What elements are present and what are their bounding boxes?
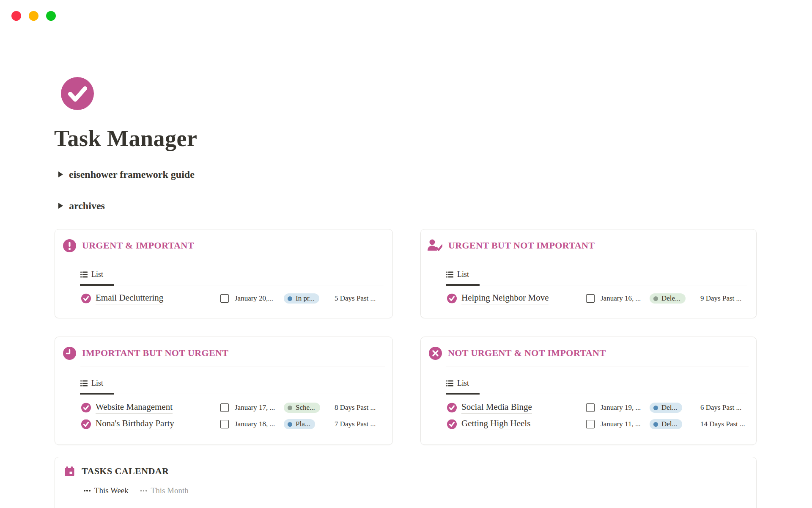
quadrant-card-important-not-urgent: IMPORTANT BUT NOT URGENT List Website Ma… [55,337,393,445]
task-date[interactable]: January 17, ... [235,403,275,412]
list-view-icon [80,380,88,387]
task-date[interactable]: January 16, ... [601,294,641,303]
quadrant-title: IMPORTANT BUT NOT URGENT [82,348,228,359]
calendar-icon [64,466,75,477]
task-check-icon [447,420,457,429]
view-tab-label: List [91,270,103,279]
task-date[interactable]: January 11, ... [601,420,641,428]
task-name-link[interactable]: Getting High Heels [461,418,530,430]
task-date[interactable]: January 20,... [235,294,273,303]
task-days-past: 8 Days Past ... [335,403,376,412]
calendar-tab-this-month[interactable]: This Month [140,486,189,495]
status-dot-icon [288,422,292,427]
view-tab-list[interactable]: List [80,377,103,389]
divider [80,258,385,258]
status-dot-icon [288,296,292,301]
quadrant-header: NOT URGENT & NOT IMPORTANT [428,346,749,360]
task-status-badge[interactable]: Sche... [284,403,320,413]
active-tab-indicator [80,284,114,286]
notion-task-manager-page: Task Manager eisenhower framework guide … [0,0,812,508]
active-tab-indicator [446,284,480,286]
task-check-icon [81,420,91,429]
toggle-triangle-icon [58,203,63,209]
view-dots-icon [140,490,147,491]
task-days-past: 9 Days Past ... [700,294,741,303]
status-dot-icon [288,406,292,410]
view-tab-list[interactable]: List [446,268,469,280]
task-row: Email Decluttering January 20,... In pr.… [55,291,392,306]
toggle-triangle-icon [58,171,63,177]
toggle-archives[interactable]: archives [58,199,105,212]
tasks-calendar-card: TASKS CALENDAR This Week This Month [55,457,757,508]
status-dot-icon [653,296,658,301]
quadrant-title: NOT URGENT & NOT IMPORTANT [448,348,606,359]
calendar-title: TASKS CALENDAR [82,466,169,477]
status-dot-icon [653,422,658,427]
quadrant-header: URGENT BUT NOT IMPORTANT [427,239,749,252]
task-status-badge[interactable]: In pr... [284,293,319,304]
divider [446,258,749,258]
divider [446,367,749,367]
status-dot-icon [653,406,658,410]
task-checkbox[interactable] [586,420,595,428]
task-name-link[interactable]: Email Decluttering [96,293,163,304]
close-window-button[interactable] [11,11,21,21]
quadrant-title: URGENT BUT NOT IMPORTANT [448,240,595,251]
minimize-window-button[interactable] [29,11,38,21]
task-days-past: 14 Days Past ... [700,420,745,428]
quadrant-card-urgent-important: URGENT & IMPORTANT List Email Declutteri… [55,229,393,318]
task-name-link[interactable]: Website Management [96,402,173,414]
quadrant-header: URGENT & IMPORTANT [63,239,385,252]
task-checkbox[interactable] [220,420,229,428]
tab-divider [446,285,747,285]
task-checkbox[interactable] [586,403,595,412]
quadrant-title: URGENT & IMPORTANT [82,240,194,251]
clock-icon [63,346,76,360]
page-title: Task Manager [54,125,198,152]
quadrant-header: IMPORTANT BUT NOT URGENT [63,346,385,360]
quadrant-card-not-urgent-not-important: NOT URGENT & NOT IMPORTANT List Social M… [420,337,757,445]
exclamation-circle-icon [63,239,76,252]
task-check-icon [81,294,91,304]
task-check-icon [447,294,457,304]
task-row: Website Management January 17, ... Sche.… [55,400,392,415]
task-row: Getting High Heels January 11, ... Del..… [421,417,756,432]
task-check-icon [447,403,457,413]
view-tab-list[interactable]: List [80,268,103,280]
list-view-icon [446,380,453,387]
zoom-window-button[interactable] [46,11,56,21]
active-tab-indicator [446,393,480,395]
calendar-view-tabs: This Week This Month [84,486,189,495]
quadrant-card-urgent-not-important: URGENT BUT NOT IMPORTANT List Helping Ne… [420,229,757,318]
task-checkbox[interactable] [220,294,229,303]
active-tab-indicator [80,393,114,395]
task-checkbox[interactable] [220,403,229,412]
task-row: Social Media Binge January 19, ... Del..… [421,400,756,415]
list-view-icon [80,271,88,278]
calendar-tab-label: This Month [151,486,189,495]
task-checkbox[interactable] [586,294,595,303]
task-name-link[interactable]: Social Media Binge [461,402,532,414]
task-date[interactable]: January 19, ... [601,403,641,412]
task-name-link[interactable]: Helping Neighbor Move [461,293,549,304]
task-status-badge[interactable]: Pla... [284,419,315,429]
calendar-header: TASKS CALENDAR [64,466,169,477]
task-date[interactable]: January 18, ... [235,420,275,428]
task-status-badge[interactable]: Del... [650,419,682,429]
task-status-badge[interactable]: Dele... [650,293,686,304]
task-days-past: 5 Days Past ... [335,294,376,303]
person-check-icon [427,239,442,252]
task-status-badge[interactable]: Del... [650,403,682,413]
page-check-circle-icon[interactable] [61,77,94,110]
view-tab-label: List [91,379,103,388]
task-check-icon [81,403,91,413]
task-days-past: 7 Days Past ... [335,420,376,428]
tab-divider [80,394,384,394]
view-tab-label: List [457,379,469,388]
calendar-tab-this-week[interactable]: This Week [84,486,129,495]
x-circle-icon [428,346,442,360]
task-name-link[interactable]: Nona's Birthday Party [96,418,174,430]
toggle-label: eisenhower framework guide [69,169,195,180]
view-tab-list[interactable]: List [446,377,469,389]
toggle-eisenhower-framework-guide[interactable]: eisenhower framework guide [58,168,195,181]
